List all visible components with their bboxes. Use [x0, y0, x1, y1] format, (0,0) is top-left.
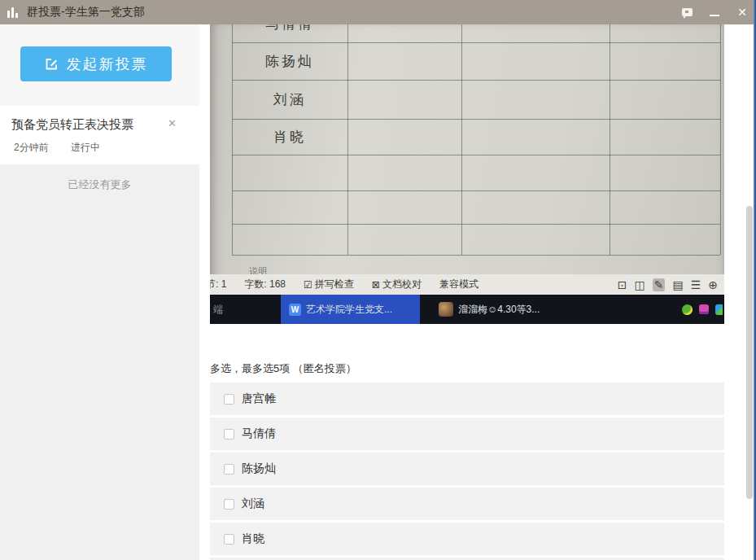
poll-option-row[interactable]: 马倩倩	[210, 418, 724, 450]
photo-table-line	[232, 255, 720, 256]
compose-icon	[45, 57, 59, 71]
vote-item-status: 进行中	[71, 142, 100, 153]
statusbar-section: 节: 1	[210, 278, 226, 291]
bar-chart-app-icon	[7, 7, 20, 18]
vote-item-close-icon[interactable]: ✕	[168, 117, 177, 129]
photo-table-name: 肖晓	[232, 119, 347, 155]
statusbar-wordcount: 字数: 168	[244, 278, 286, 291]
poll-option-row[interactable]: 刘涵	[210, 488, 724, 520]
photo-table-line	[232, 224, 720, 225]
sidebar: 发起新投票 预备党员转正表决投票 ✕ 2分钟前 进行中 已经没有更多	[0, 24, 199, 560]
taskbar-active-task: W 艺术学院学生党支...	[281, 295, 420, 324]
close-icon: ✕	[737, 7, 747, 18]
taskbar-partial-text: 端	[213, 303, 223, 317]
new-vote-button-label: 发起新投票	[67, 55, 148, 74]
tray-pink-icon	[699, 304, 709, 314]
photo-table-line	[232, 155, 720, 155]
poll-options-list: 唐宫帷 马倩倩 陈扬灿 刘涵 肖晓	[210, 383, 724, 558]
vote-list-item[interactable]: 预备党员转正表决投票 ✕ 2分钟前 进行中	[0, 106, 199, 164]
poll-rules-label: 多选，最多选5项 （匿名投票）	[210, 361, 356, 376]
taskbar-active-task-label: 艺术学院学生党支...	[306, 303, 392, 317]
tray-green-icon	[682, 304, 693, 315]
photo-table-line	[347, 24, 348, 255]
chat-avatar	[439, 302, 453, 317]
minimize-icon	[710, 15, 719, 16]
poll-option-row[interactable]: 唐宫帷	[210, 383, 724, 415]
minimize-button[interactable]	[701, 0, 728, 24]
statusbar-view-icons: ⊡◫✎▤☰⊕	[618, 274, 718, 295]
chat-bubble-icon	[682, 8, 693, 16]
option-checkbox[interactable]	[224, 429, 234, 440]
photo-table-line	[610, 24, 610, 255]
new-vote-button[interactable]: 发起新投票	[20, 46, 172, 81]
feedback-button[interactable]	[673, 0, 701, 24]
taskbar-tray	[682, 295, 723, 324]
no-more-label: 已经没有更多	[0, 164, 199, 192]
attached-photo: 马倩倩 陈扬灿 刘涵 肖晓 说明 节: 1 字数: 168 ☑ 拼写检查 ⊠ 文…	[210, 24, 724, 324]
poll-option-row[interactable]: 陈扬灿	[210, 453, 724, 485]
window-title: 群投票-学生第一党支部	[27, 5, 145, 20]
taskbar-chat-task-label: 溜溜梅☺4.30等3...	[458, 303, 540, 317]
vote-item-title: 预备党员转正表决投票	[11, 117, 190, 133]
view-mode-icon: ☰	[691, 278, 701, 291]
option-label: 陈扬灿	[242, 462, 276, 476]
photo-table-name: 陈扬灿	[232, 42, 347, 80]
proofread-icon: ⊠	[372, 279, 380, 291]
statusbar-proofread: ⊠ 文档校对	[372, 278, 422, 291]
taskbar-chat-task: 溜溜梅☺4.30等3...	[439, 295, 540, 324]
photo-table-line	[232, 190, 720, 191]
close-button[interactable]: ✕	[728, 0, 756, 24]
statusbar-compat-mode: 兼容模式	[439, 278, 479, 291]
tray-partial-icon	[715, 304, 723, 315]
statusbar-spellcheck: ☑ 拼写检查	[304, 278, 354, 291]
option-checkbox[interactable]	[224, 394, 234, 405]
view-mode-icon: ⊕	[708, 278, 718, 291]
option-label: 马倩倩	[242, 427, 276, 441]
photo-table-name: 马倩倩	[232, 24, 347, 42]
option-checkbox[interactable]	[224, 464, 234, 475]
photo-table-line	[461, 24, 462, 255]
option-checkbox[interactable]	[224, 534, 234, 545]
photo-table-name: 刘涵	[232, 80, 347, 119]
photo-statusbar: 节: 1 字数: 168 ☑ 拼写检查 ⊠ 文档校对 兼容模式 ⊡◫✎▤☰⊕	[210, 274, 724, 295]
view-mode-icon: ◫	[635, 278, 645, 291]
option-checkbox[interactable]	[224, 499, 234, 510]
vote-item-meta: 2分钟前 进行中	[11, 141, 190, 155]
poll-option-row[interactable]: 肖晓	[210, 523, 724, 555]
option-label: 刘涵	[242, 497, 264, 511]
photo-taskbar: 端 W 艺术学院学生党支... 溜溜梅☺4.30等3...	[210, 295, 724, 324]
view-mode-icon: ✎	[653, 278, 666, 291]
view-mode-icon: ⊡	[618, 278, 627, 291]
wps-word-icon: W	[289, 304, 301, 316]
photo-table-line	[720, 24, 721, 255]
vote-item-time: 2分钟前	[14, 142, 49, 153]
titlebar: 群投票-学生第一党支部 ✕	[0, 0, 756, 24]
main-content: 马倩倩 陈扬灿 刘涵 肖晓 说明 节: 1 字数: 168 ☑ 拼写检查 ⊠ 文…	[199, 24, 756, 560]
checkbox-checked-icon: ☑	[304, 279, 312, 291]
option-label: 唐宫帷	[242, 392, 276, 406]
option-label: 肖晓	[242, 532, 264, 546]
view-mode-icon: ▤	[672, 278, 683, 291]
vertical-scrollbar-thumb[interactable]	[746, 206, 753, 499]
